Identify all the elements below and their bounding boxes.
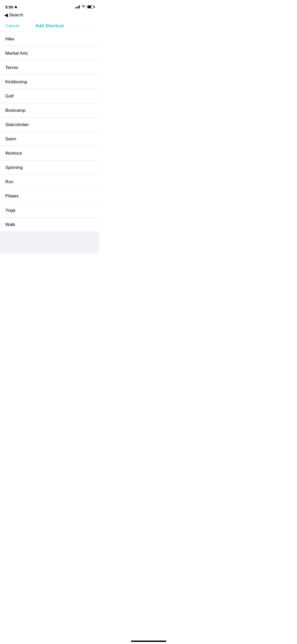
list-item[interactable]: Spinning [0, 160, 99, 175]
status-time: 5:50 [5, 5, 17, 9]
battery-icon [87, 5, 94, 8]
shortcuts-list: HikeMartial ArtsTennisKickboxingGolfBoot… [0, 32, 99, 232]
list-item-label: Martial Arts [5, 51, 28, 56]
list-item[interactable]: Yoga [0, 203, 99, 218]
list-item-label: Pilates [5, 194, 19, 199]
list-item-label: Golf [5, 94, 13, 99]
list-item[interactable]: Bootcamp [0, 103, 99, 118]
list-item[interactable]: Stairclimber [0, 118, 99, 132]
list-item[interactable]: Swim [0, 132, 99, 146]
list-item-label: Workout [5, 151, 22, 156]
nav-header: Cancel Add Shortcut [0, 20, 99, 32]
gray-section [0, 232, 99, 253]
signal-icon [75, 5, 80, 8]
list-item[interactable]: Walk [0, 218, 99, 232]
page-title: Add Shortcut [27, 23, 72, 29]
back-arrow-icon: ◀ [4, 12, 8, 18]
list-item-label: Run [5, 179, 13, 185]
list-item[interactable]: Workout [0, 146, 99, 160]
cancel-button[interactable]: Cancel [5, 23, 27, 29]
list-item[interactable]: Martial Arts [0, 46, 99, 61]
list-item[interactable]: Kickboxing [0, 75, 99, 89]
location-icon [14, 5, 17, 8]
list-item-label: Stairclimber [5, 122, 29, 127]
list-item-label: Kickboxing [5, 79, 27, 85]
time-display: 5:50 [5, 5, 13, 9]
list-item[interactable]: Pilates [0, 189, 99, 203]
list-item-label: Bootcamp [5, 108, 26, 113]
status-icons [75, 4, 94, 9]
list-item-label: Spinning [5, 165, 23, 170]
list-item[interactable]: Tennis [0, 61, 99, 75]
list-item-label: Swim [5, 136, 16, 142]
svg-marker-0 [14, 5, 17, 8]
back-nav[interactable]: ◀ Search [0, 12, 99, 20]
list-item-label: Tennis [5, 65, 18, 70]
list-item-label: Walk [5, 222, 15, 227]
list-item[interactable]: Golf [0, 89, 99, 103]
list-item-label: Yoga [5, 208, 15, 213]
list-item[interactable]: Run [0, 175, 99, 189]
status-bar: 5:50 [0, 0, 99, 12]
wifi-icon [81, 4, 86, 9]
back-nav-label: Search [9, 12, 23, 18]
list-item[interactable]: Hike [0, 32, 99, 46]
list-item-label: Hike [5, 36, 14, 42]
